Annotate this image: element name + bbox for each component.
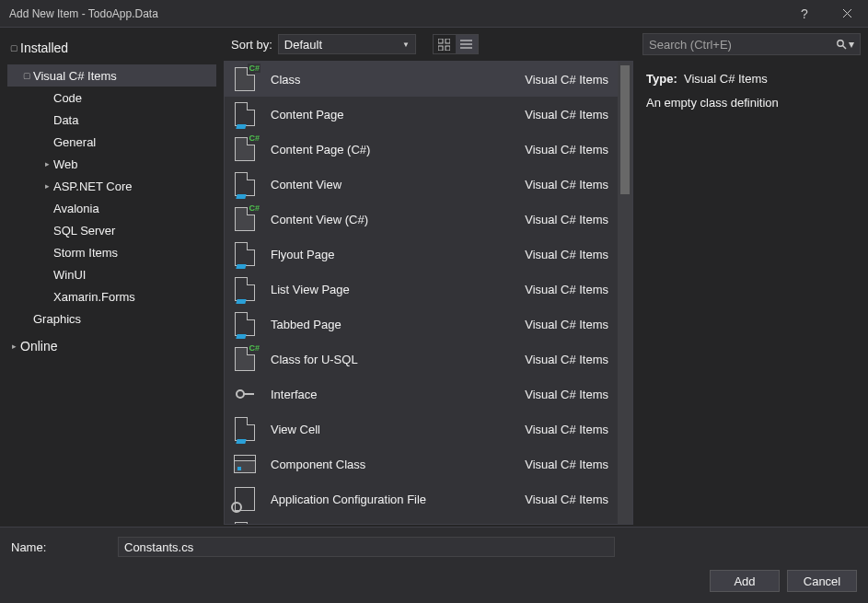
name-input[interactable]: Constants.cs [118, 537, 615, 557]
tree-item-winui[interactable]: ▸ WinUI [7, 263, 216, 285]
dialog-body: ▢ Installed ▢ Visual C# Items ▸ Code ▸ D… [0, 28, 868, 527]
close-button[interactable] [826, 0, 868, 28]
svg-rect-2 [438, 46, 443, 51]
template-item-category: Visual C# Items [525, 178, 608, 191]
caret-right-icon: ▸ [41, 159, 53, 168]
template-item[interactable]: C#Content View (C#)Visual C# Items [225, 202, 618, 237]
template-item[interactable]: C#ClassVisual C# Items [225, 62, 618, 97]
svg-line-8 [843, 46, 847, 50]
template-list: C#ClassVisual C# ItemsContent PageVisual… [224, 61, 633, 525]
template-item[interactable]: List View PageVisual C# Items [225, 272, 618, 307]
sort-by-value: Default [284, 38, 322, 52]
template-item[interactable]: Application Manifest File (WindowsVisual… [225, 516, 618, 524]
template-item-label: Class for U-SQL [271, 353, 525, 366]
list-icon [460, 39, 472, 51]
component-icon [234, 455, 256, 473]
svg-rect-1 [446, 39, 450, 43]
tree-item-web[interactable]: ▸ Web [7, 153, 216, 175]
template-item-label: Flyout Page [271, 248, 525, 261]
tree-item-avalonia[interactable]: ▸ Avalonia [7, 197, 216, 219]
svg-rect-0 [438, 39, 443, 43]
file-icon [235, 312, 255, 336]
tree-label: WinUI [53, 268, 86, 282]
svg-point-7 [838, 41, 843, 46]
template-item[interactable]: Tabbed PageVisual C# Items [225, 307, 618, 342]
sort-by-dropdown[interactable]: Default ▼ [278, 34, 416, 54]
template-item[interactable]: Application Configuration FileVisual C# … [225, 481, 618, 516]
tree-label: Online [20, 339, 57, 354]
dialog-footer: Name: Constants.cs Add Cancel [0, 527, 868, 603]
template-item-label: Content View (C#) [271, 213, 525, 226]
template-item[interactable]: Content ViewVisual C# Items [225, 167, 618, 202]
template-item-label: Application Configuration File [271, 493, 525, 506]
template-item[interactable]: Component ClassVisual C# Items [225, 446, 618, 481]
tree-online[interactable]: ▸ Online [7, 335, 216, 357]
tree-item-aspnet-core[interactable]: ▸ ASP.NET Core [7, 175, 216, 197]
grid-icon [438, 39, 450, 51]
view-details-button[interactable] [456, 35, 478, 53]
template-item-label: View Cell [271, 423, 525, 436]
tree-item-storm[interactable]: ▸ Storm Items [7, 241, 216, 263]
tree-graphics[interactable]: ▸ Graphics [7, 307, 216, 330]
tree-label: Data [53, 113, 78, 127]
template-item-category: Visual C# Items [525, 108, 608, 122]
help-button[interactable]: ? [783, 6, 826, 21]
tree-item-xamarin-forms[interactable]: ▸ Xamarin.Forms [7, 285, 216, 307]
search-icon: ▾ [836, 38, 854, 51]
file-icon [235, 242, 255, 266]
template-item[interactable]: View CellVisual C# Items [225, 412, 618, 446]
view-large-icons-button[interactable] [434, 35, 456, 53]
scrollbar-thumb[interactable] [620, 65, 630, 194]
svg-rect-3 [446, 46, 450, 51]
search-input[interactable]: Search (Ctrl+E) ▾ [642, 33, 861, 55]
file-icon [235, 417, 255, 441]
file-icon [235, 277, 255, 301]
template-item[interactable]: Flyout PageVisual C# Items [225, 237, 618, 272]
template-item[interactable]: Content PageVisual C# Items [225, 97, 618, 132]
caret-down-icon: ▢ [20, 71, 33, 80]
template-item-category: Visual C# Items [525, 388, 608, 401]
file-icon [235, 172, 255, 196]
type-key: Type: [646, 72, 677, 86]
window-title: Add New Item - TodoApp.Data [9, 7, 158, 20]
cancel-button-label: Cancel [804, 574, 840, 588]
file-icon [235, 522, 255, 524]
tree-label: SQL Server [53, 224, 115, 238]
tree-item-sqlserver[interactable]: ▸ SQL Server [7, 219, 216, 241]
template-item-label: Content Page (C#) [271, 143, 525, 157]
template-item-label: Content View [271, 178, 525, 191]
template-item-category: Visual C# Items [525, 143, 608, 157]
name-label: Name: [11, 540, 99, 554]
template-item-label: Content Page [271, 108, 525, 122]
config-file-icon [235, 487, 255, 511]
tree-label: Code [53, 91, 82, 105]
template-item-label: Class [271, 73, 525, 87]
tree-item-data[interactable]: ▸ Data [7, 109, 216, 131]
tree-item-code[interactable]: ▸ Code [7, 87, 216, 109]
cancel-button[interactable]: Cancel [787, 570, 857, 592]
tree-item-general[interactable]: ▸ General [7, 131, 216, 153]
caret-right-icon: ▸ [41, 181, 53, 191]
interface-icon [233, 382, 257, 406]
description-text: An empty class definition [646, 94, 857, 112]
template-item-label: List View Page [271, 283, 525, 296]
template-item-category: Visual C# Items [525, 213, 608, 226]
scrollbar[interactable] [618, 62, 632, 524]
file-icon [235, 102, 255, 126]
tree-label: Graphics [33, 312, 81, 326]
template-item[interactable]: C#Class for U-SQLVisual C# Items [225, 342, 618, 377]
template-item-category: Visual C# Items [525, 353, 608, 366]
name-input-value: Constants.cs [124, 540, 193, 554]
template-item-category: Visual C# Items [525, 423, 608, 436]
template-item[interactable]: C#Content Page (C#)Visual C# Items [225, 132, 618, 167]
sort-by-label: Sort by: [231, 38, 272, 52]
tree-installed[interactable]: ▢ Installed [7, 37, 216, 59]
template-item[interactable]: InterfaceVisual C# Items [225, 377, 618, 412]
template-item-category: Visual C# Items [525, 458, 608, 471]
tree-label: ASP.NET Core [53, 180, 133, 193]
tree-label: Installed [20, 41, 68, 55]
template-item-category: Visual C# Items [525, 73, 608, 87]
tree-visual-csharp-items[interactable]: ▢ Visual C# Items [7, 64, 216, 87]
category-tree: ▢ Installed ▢ Visual C# Items ▸ Code ▸ D… [0, 28, 224, 527]
add-button[interactable]: Add [710, 570, 780, 592]
